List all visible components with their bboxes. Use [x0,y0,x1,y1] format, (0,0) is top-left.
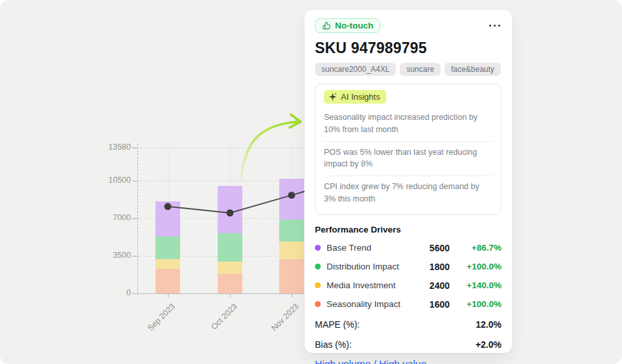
driver-delta: +140.0% [450,280,501,290]
y-tick [132,148,137,149]
tag-list: suncare2000_A4XL suncare face&beauty [315,63,501,76]
driver-row: Seasonality Impact 1600 +100.0% [315,299,501,310]
y-tick [132,218,137,220]
driver-value: 1600 [412,299,450,310]
bar-segment-media-investment[interactable] [218,262,242,274]
y-axis [137,144,138,293]
more-options-button[interactable] [488,21,502,31]
metric-row-bias: Bias (%): +2.0% [315,339,501,350]
ai-insights-label: AI Insights [341,92,380,102]
metric-value: +2.0% [476,339,501,350]
y-tick [132,181,137,182]
driver-row: Media Investment 2400 +140.0% [315,280,501,291]
driver-value: 2400 [412,280,450,291]
legend-dot-icon [315,264,321,269]
app-canvas: 0350070001050013580Sep 2023Oct 2023Nov 2… [0,0,622,364]
x-tick-label: Nov 2023 [257,302,300,345]
metric-label: MAPE (%): [315,319,360,330]
y-tick-label: 7000 [97,213,131,222]
legend-dot-icon [315,282,321,288]
x-tick-label: Sep 2023 [133,302,176,345]
dot-icon [494,25,496,27]
bar-segment-media-investment[interactable] [156,259,180,269]
sparkle-icon [328,93,337,101]
performance-drivers-title: Performance Drivers [315,225,501,234]
bar-segment-distribution-impact[interactable] [156,236,180,259]
y-tick-label: 3500 [97,251,131,260]
insight-item: POS was 5% lower than last yeat reducing… [324,141,492,176]
driver-label: Distribution Impact [327,262,412,271]
thumbs-up-icon [322,21,331,30]
driver-label: Media Investment [327,280,412,290]
bar-segment-seasonality-impact[interactable] [218,274,242,293]
insight-item: CPI index grew by 7% reducing demand by … [324,176,492,210]
status-badge-label: No-touch [335,21,373,30]
driver-delta: +100.0% [450,262,501,271]
tag-pill: face&beauty [444,63,501,76]
ai-insights-chip: AI Insights [324,90,386,104]
bar-segment-seasonality-impact[interactable] [279,259,304,293]
metric-value: 12.0% [476,319,501,330]
ai-insights-panel: AI Insights Seasonality impact increased… [315,84,501,215]
legend-dot-icon [315,301,321,307]
bar-segment-media-investment[interactable] [279,242,304,259]
page-title: SKU 947989795 [315,40,501,57]
sku-card: No-touch SKU 947989795 suncare2000_A4XL … [305,10,512,353]
bar-segment-distribution-impact[interactable] [218,233,242,262]
driver-label: Base Trend [327,243,412,253]
legend-dot-icon [315,245,321,251]
driver-value: 1800 [412,262,450,272]
tag-pill: suncare2000_A4XL [315,63,396,76]
y-tick-label: 13580 [97,142,131,152]
dot-icon [498,25,501,27]
driver-delta: +100.0% [450,299,501,309]
y-tick [132,256,137,257]
metric-row-mape: MAPE (%): 12.0% [315,319,501,330]
insight-item: Seasonality impact increased prediction … [324,107,492,141]
metric-label: Bias (%): [315,339,352,350]
driver-row: Base Trend 5600 +86.7% [315,243,501,253]
bar-segment-base-trend[interactable] [279,179,304,220]
tag-pill: suncare [400,63,441,76]
driver-label: Seasonality Impact [327,299,412,309]
y-tick-label: 0 [97,288,131,297]
segment-link[interactable]: High volume / High value [315,358,501,364]
bar-segment-seasonality-impact[interactable] [156,269,180,293]
bar-segment-distribution-impact[interactable] [279,220,304,242]
bar-segment-base-trend[interactable] [218,186,242,233]
bar-segment-base-trend[interactable] [156,201,180,237]
y-tick-label: 10500 [97,176,131,185]
x-tick-label: Oct 2023 [196,302,238,345]
card-header: No-touch [315,18,501,33]
driver-delta: +86.7% [450,243,501,253]
driver-value: 5600 [412,243,450,253]
status-badge[interactable]: No-touch [315,18,380,33]
x-axis [134,293,306,294]
dot-icon [489,25,492,27]
driver-row: Distribution Impact 1800 +100.0% [315,262,501,272]
y-gridline [137,148,305,148]
